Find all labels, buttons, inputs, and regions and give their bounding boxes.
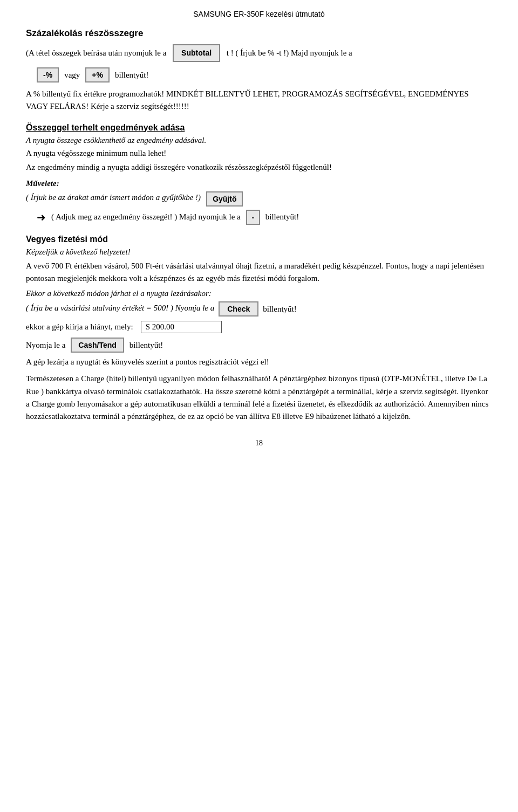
ekkor-line: Ekkor a következő módon járhat el a nyug… — [26, 289, 492, 298]
check-button[interactable]: Check — [219, 301, 258, 316]
dash-key[interactable]: - — [246, 210, 260, 225]
subtotal-button[interactable]: Subtotal — [173, 44, 220, 62]
check-row: ( Írja be a vásárlási utalvány értékét =… — [26, 301, 492, 316]
intro-paragraph: (A tétel összegek beírása után nyomjuk l… — [26, 44, 492, 62]
main-title: Százalékolás részösszegre — [26, 28, 492, 39]
page-header: SAMSUNG ER-350F kezelési útmutató — [26, 10, 492, 18]
plus-percent-key[interactable]: +% — [85, 67, 110, 82]
section-engedmenyek: Összeggel terhelt engedmények adása A ny… — [26, 123, 492, 174]
arrow-row: ➜ ( Adjuk meg az engedmény összegét! ) M… — [37, 210, 492, 225]
muvelet-row1: ( Írjuk be az árakat amár ismert módon a… — [26, 191, 492, 207]
kepzel-line: Képzeljük a következő helyzetet! — [26, 247, 492, 257]
hiany-row: ekkor a gép kiírja a hiányt, mely: S 200… — [26, 321, 492, 333]
body-para1: A vevő 700 Ft értékben vásárol, 500 Ft-é… — [26, 260, 492, 285]
s2-italic1: A nyugta összege csökkenthető az engedmé… — [26, 136, 492, 145]
cash-row: Nyomja le a Cash/Tend billentyűt! — [26, 338, 492, 353]
percent-note: A % billentyű fix értékre programozhatók… — [26, 88, 492, 113]
muvelet-title: Művelete: — [26, 179, 492, 188]
arrow-icon: ➜ — [37, 211, 46, 224]
gyujto-button[interactable]: Gyűjtő — [206, 191, 243, 207]
s-value-display: S 200.00 — [141, 321, 222, 333]
minus-percent-key[interactable]: -% — [37, 67, 59, 82]
percent-row: -% vagy +% billentyűt! — [37, 67, 492, 82]
s2-normal2: Az engedmény mindig a nyugta addigi össz… — [26, 161, 492, 174]
body-para2: A gép lezárja a nyugtát és könyvelés sze… — [26, 356, 492, 368]
section2-title: Összeggel terhelt engedmények adása — [26, 123, 492, 133]
s2-normal1: A nyugta végösszege minimum nulla lehet! — [26, 147, 492, 160]
body-para3: Természetesen a Charge (hitel) billentyű… — [26, 373, 492, 423]
vegyes-title: Vegyes fizetési mód — [26, 235, 492, 244]
cash-tend-button[interactable]: Cash/Tend — [71, 338, 124, 353]
page-number: 18 — [26, 439, 492, 448]
